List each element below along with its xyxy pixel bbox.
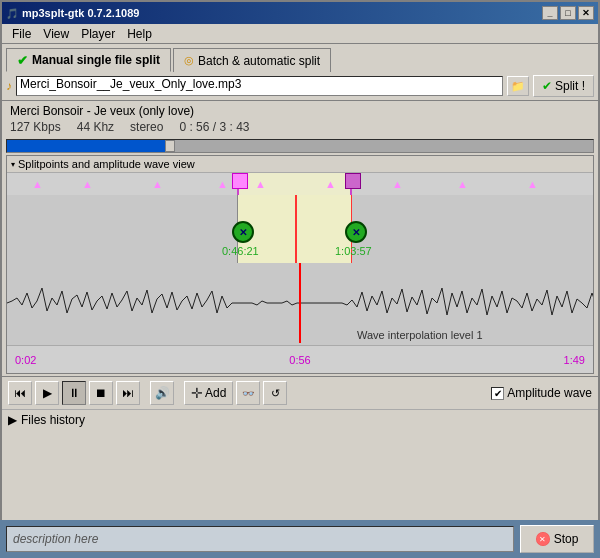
amplitude-checkbox-group: ✔ Amplitude wave — [491, 386, 592, 400]
split-label: Split ! — [555, 79, 585, 93]
pause-button[interactable]: ⏸ — [62, 381, 86, 405]
progress-bar[interactable] — [6, 139, 594, 153]
close-button[interactable]: ✕ — [578, 6, 594, 20]
amplitude-label: Wave interpolation level 1 — [357, 329, 483, 341]
collapse-icon[interactable]: ▾ — [11, 160, 15, 169]
stop-label: Stop — [554, 532, 579, 546]
waveform-canvas[interactable]: ▲ ▲ ▲ ▲ ▲ ▲ ▲ ▲ ▲ ✕ ✕ 0:46 — [7, 173, 593, 373]
time-display: 0 : 56 / 3 : 43 — [179, 120, 249, 134]
minimize-button[interactable]: _ — [542, 6, 558, 20]
song-info: Merci Bonsoir - Je veux (only love) 127 … — [2, 101, 598, 137]
skip-forward-button[interactable]: ⏭ — [116, 381, 140, 405]
channels: stereo — [130, 120, 163, 134]
refresh-button[interactable]: ↺ — [263, 381, 287, 405]
tab-bar: ✔ Manual single file split ◎ Batch & aut… — [2, 44, 598, 72]
amplitude-wave-label: Amplitude wave — [507, 386, 592, 400]
tab-batch-split[interactable]: ◎ Batch & automatic split — [173, 48, 331, 72]
song-title: Merci Bonsoir - Je veux (only love) — [10, 104, 590, 118]
arrow-6: ▲ — [457, 178, 468, 190]
controls-bar: ⏮ ▶ ⏸ ⏹ ⏭ 🔊 ✛ Add 👓 ↺ ✔ Amplitude wave — [2, 376, 598, 409]
waveform-section: ▾ Splitpoints and amplitude wave view ▲ … — [6, 155, 594, 374]
amplitude-checkbox[interactable]: ✔ — [491, 387, 504, 400]
time-mid: 0:56 — [289, 354, 310, 366]
arrow-2: ▲ — [82, 178, 93, 190]
marker-box-left — [232, 173, 248, 189]
time-start: 0:02 — [15, 354, 36, 366]
arrow-5: ▲ — [392, 178, 403, 190]
arrow-7: ▲ — [527, 178, 538, 190]
waveform-header: ▾ Splitpoints and amplitude wave view — [7, 156, 593, 173]
tab-manual-label: Manual single file split — [32, 53, 160, 67]
tab-batch-icon: ◎ — [184, 54, 194, 67]
arrow-sel-left: ▲ — [255, 178, 266, 190]
arrow-1: ▲ — [32, 178, 43, 190]
bottom-bar: description here ✕ Stop — [0, 520, 600, 558]
file-input[interactable]: Merci_Bonsoir__Je_veux_Only_love.mp3 — [16, 76, 503, 96]
arrows-row: ▲ ▲ ▲ ▲ ▲ ▲ ▲ ▲ ▲ — [7, 173, 593, 195]
volume-button[interactable]: 🔊 — [150, 381, 174, 405]
app-icon: 🎵 — [6, 8, 18, 19]
tab-check-icon: ✔ — [17, 53, 28, 68]
split-check-icon: ✔ — [542, 79, 552, 93]
add-label: Add — [205, 386, 226, 400]
skip-back-button[interactable]: ⏮ — [8, 381, 32, 405]
files-history[interactable]: ▶ Files history — [2, 409, 598, 430]
time-end: 1:49 — [564, 354, 585, 366]
progress-handle[interactable] — [165, 140, 175, 152]
handle-right[interactable]: ✕ — [345, 221, 367, 243]
stop-button[interactable]: ⏹ — [89, 381, 113, 405]
split-button[interactable]: ✔ Split ! — [533, 75, 594, 97]
waveform-title: Splitpoints and amplitude wave view — [18, 158, 195, 170]
arrow-3: ▲ — [152, 178, 163, 190]
time-right: 1:03:57 — [335, 245, 372, 257]
playhead — [299, 263, 301, 343]
glasses-button[interactable]: 👓 — [236, 381, 260, 405]
files-history-label: Files history — [21, 413, 85, 427]
description-box: description here — [6, 526, 514, 552]
browse-button[interactable]: 📁 — [507, 76, 529, 96]
stop-circle-icon: ✕ — [536, 532, 550, 546]
description-text: description here — [13, 532, 98, 546]
triangle-icon: ▶ — [8, 413, 17, 427]
song-meta: 127 Kbps 44 Khz stereo 0 : 56 / 3 : 43 — [10, 120, 590, 134]
handle-left[interactable]: ✕ — [232, 221, 254, 243]
play-button[interactable]: ▶ — [35, 381, 59, 405]
arrow-4: ▲ — [217, 178, 228, 190]
stop-button-bottom[interactable]: ✕ Stop — [520, 525, 594, 553]
tab-manual-split[interactable]: ✔ Manual single file split — [6, 48, 171, 72]
progress-fill — [7, 140, 171, 152]
maximize-button[interactable]: □ — [560, 6, 576, 20]
file-row: ♪ Merci_Bonsoir__Je_veux_Only_love.mp3 📁… — [2, 72, 598, 101]
time-ruler: 0:02 0:56 1:49 — [7, 345, 593, 373]
add-button[interactable]: ✛ Add — [184, 381, 233, 405]
arrow-sel-right: ▲ — [325, 178, 336, 190]
bitrate: 127 Kbps — [10, 120, 61, 134]
window-controls: _ □ ✕ — [542, 6, 594, 20]
menubar: File View Player Help — [2, 24, 598, 44]
marker-box-right — [345, 173, 361, 189]
menu-player[interactable]: Player — [75, 25, 121, 43]
window-title: mp3splt-gtk 0.7.2.1089 — [22, 7, 139, 19]
menu-help[interactable]: Help — [121, 25, 158, 43]
tab-batch-label: Batch & automatic split — [198, 54, 320, 68]
titlebar: 🎵 mp3splt-gtk 0.7.2.1089 _ □ ✕ — [2, 2, 598, 24]
time-left: 0:46:21 — [222, 245, 259, 257]
frequency: 44 Khz — [77, 120, 114, 134]
menu-file[interactable]: File — [6, 25, 37, 43]
menu-view[interactable]: View — [37, 25, 75, 43]
file-icon: ♪ — [6, 79, 12, 93]
